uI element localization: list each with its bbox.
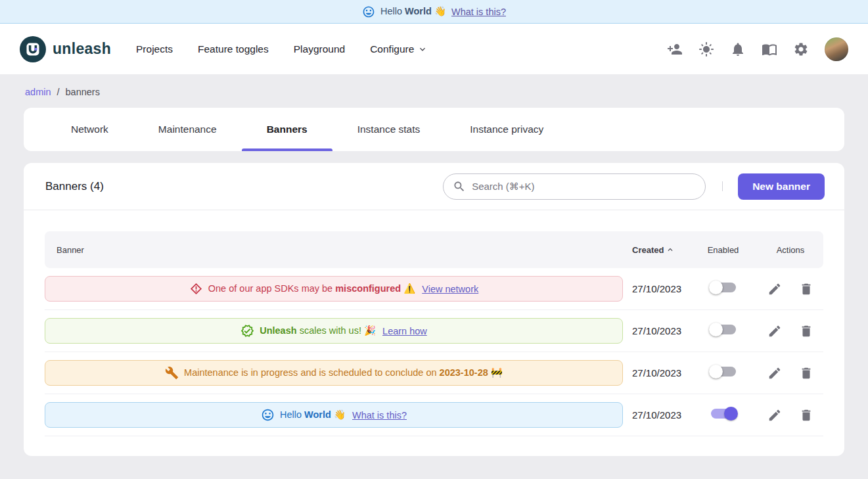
wrench-icon bbox=[165, 366, 179, 380]
tab-instance-privacy[interactable]: Instance privacy bbox=[445, 108, 568, 151]
search-icon bbox=[453, 180, 466, 193]
settings-tabs: Network Maintenance Banners Instance sta… bbox=[24, 108, 844, 151]
edit-pencil-icon[interactable] bbox=[767, 408, 782, 422]
banner-preview-info: Hello World 👋 What is this? bbox=[45, 402, 623, 428]
panel-header: Banners (4) New banner bbox=[24, 163, 844, 210]
edit-pencil-icon[interactable] bbox=[767, 366, 782, 380]
unleash-logo[interactable]: unleash bbox=[20, 36, 111, 62]
notifications-bell-icon[interactable] bbox=[730, 41, 746, 57]
column-actions: Actions bbox=[777, 245, 805, 255]
banner-preview-error: One of our app SDKs may be misconfigured… bbox=[45, 276, 623, 302]
nav-feature-toggles[interactable]: Feature toggles bbox=[198, 43, 269, 55]
sort-asc-icon bbox=[666, 245, 675, 254]
banners-table: Banner Created Enabled Actions One of ou… bbox=[24, 210, 844, 436]
smiley-icon bbox=[261, 408, 275, 422]
user-avatar[interactable] bbox=[825, 37, 848, 61]
banner-preview-success: Unleash scales with us! 🎉 Learn how bbox=[45, 318, 623, 344]
edit-pencil-icon[interactable] bbox=[767, 282, 782, 296]
breadcrumb-banners: banners bbox=[66, 87, 100, 97]
settings-gear-icon[interactable] bbox=[793, 41, 809, 57]
search-input[interactable] bbox=[472, 181, 696, 192]
header-actions bbox=[667, 37, 848, 61]
banner-link[interactable]: Learn how bbox=[382, 326, 427, 336]
tab-maintenance[interactable]: Maintenance bbox=[133, 108, 242, 151]
header-divider bbox=[722, 181, 723, 191]
tab-banners[interactable]: Banners bbox=[242, 108, 332, 151]
table-row: One of our app SDKs may be misconfigured… bbox=[45, 268, 823, 310]
breadcrumb-separator: / bbox=[57, 87, 60, 97]
search-box bbox=[443, 173, 706, 200]
main-nav: Projects Feature toggles Playground Conf… bbox=[136, 43, 428, 55]
table-header-row: Banner Created Enabled Actions bbox=[45, 231, 823, 268]
created-date: 27/10/2023 bbox=[623, 325, 689, 336]
tab-instance-stats[interactable]: Instance stats bbox=[332, 108, 445, 151]
nav-projects[interactable]: Projects bbox=[136, 43, 173, 55]
delete-trash-icon[interactable] bbox=[799, 324, 813, 338]
nav-playground[interactable]: Playground bbox=[294, 43, 345, 55]
nav-configure[interactable]: Configure bbox=[370, 43, 428, 55]
docs-book-icon[interactable] bbox=[762, 41, 777, 57]
banner-message: One of our app SDKs may be misconfigured… bbox=[208, 283, 415, 294]
banner-message: Maintenance is in progress and is schedu… bbox=[184, 367, 503, 378]
site-banner: Hello World 👋 What is this? bbox=[0, 0, 868, 24]
table-row: Maintenance is in progress and is schedu… bbox=[45, 352, 823, 394]
site-banner-link[interactable]: What is this? bbox=[451, 7, 506, 17]
created-date: 27/10/2023 bbox=[623, 409, 689, 421]
created-date: 27/10/2023 bbox=[623, 283, 689, 294]
unleash-logo-icon bbox=[20, 36, 46, 62]
new-banner-button[interactable]: New banner bbox=[738, 173, 825, 200]
edit-pencil-icon[interactable] bbox=[767, 324, 782, 338]
site-banner-text: Hello World 👋 bbox=[380, 6, 446, 17]
banners-panel: Banners (4) New banner Banner Created En… bbox=[24, 163, 844, 456]
chevron-down-icon bbox=[417, 44, 428, 55]
error-diamond-icon bbox=[189, 282, 203, 296]
banner-message: Hello World 👋 bbox=[280, 409, 346, 421]
banner-message: Unleash scales with us! 🎉 bbox=[260, 325, 376, 336]
breadcrumb-admin[interactable]: admin bbox=[25, 87, 51, 97]
smiley-icon bbox=[362, 5, 375, 18]
app-header: unleash Projects Feature toggles Playgro… bbox=[0, 24, 868, 74]
delete-trash-icon[interactable] bbox=[799, 366, 813, 380]
table-row: Hello World 👋 What is this? 27/10/2023 bbox=[45, 394, 823, 436]
tab-network[interactable]: Network bbox=[46, 108, 133, 151]
banner-link[interactable]: What is this? bbox=[352, 410, 407, 421]
enabled-toggle[interactable] bbox=[709, 280, 738, 296]
breadcrumb: admin / banners bbox=[0, 74, 868, 108]
created-date: 27/10/2023 bbox=[623, 367, 689, 378]
column-banner: Banner bbox=[45, 245, 623, 255]
column-created-sort[interactable]: Created bbox=[623, 245, 689, 255]
page-title: Banners (4) bbox=[45, 180, 104, 193]
column-enabled: Enabled bbox=[708, 245, 739, 255]
enabled-toggle[interactable] bbox=[709, 406, 738, 422]
delete-trash-icon[interactable] bbox=[799, 408, 813, 422]
delete-trash-icon[interactable] bbox=[799, 282, 813, 296]
enabled-toggle[interactable] bbox=[709, 322, 738, 338]
table-row: Unleash scales with us! 🎉 Learn how 27/1… bbox=[45, 310, 823, 352]
add-user-icon[interactable] bbox=[667, 41, 683, 57]
banner-link[interactable]: View network bbox=[422, 284, 478, 294]
enabled-toggle[interactable] bbox=[709, 364, 738, 380]
banner-preview-warning: Maintenance is in progress and is schedu… bbox=[45, 360, 623, 386]
verified-badge-icon bbox=[240, 324, 254, 338]
theme-toggle-sun-icon[interactable] bbox=[698, 41, 714, 57]
brand-name: unleash bbox=[53, 40, 111, 58]
